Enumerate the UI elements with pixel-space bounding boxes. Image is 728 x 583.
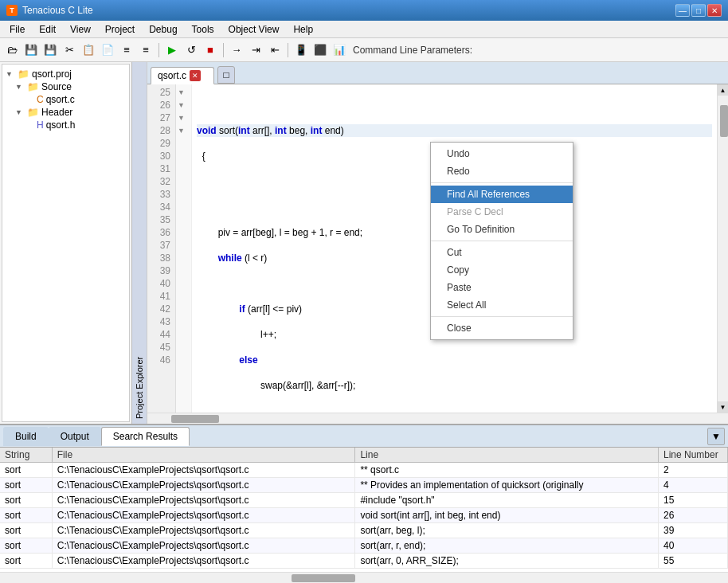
toolbar-run[interactable]: ▶ — [163, 41, 181, 59]
result-cell-string-4: sort — [0, 523, 52, 538]
main-area: ▼ 📁 qsort.proj ▼ 📁 Source C qsort.c — [0, 62, 728, 424]
menu-help[interactable]: Help — [287, 22, 319, 37]
toolbar-paste[interactable]: 📄 — [99, 41, 116, 59]
menu-view[interactable]: View — [64, 22, 97, 37]
result-row-3[interactable]: sortC:\TenaciousC\ExampleProjects\qsort\… — [0, 508, 728, 523]
context-menu: Undo Redo Find All References Parse C De… — [430, 142, 573, 340]
result-row-2[interactable]: sortC:\TenaciousC\ExampleProjects\qsort\… — [0, 493, 728, 508]
menu-debug[interactable]: Debug — [143, 22, 183, 37]
tree-label-qsort-h: qsort.h — [46, 119, 76, 131]
editor-hscroll[interactable] — [147, 413, 728, 424]
results-table: String File Line Line Number sortC:\Tena… — [0, 448, 728, 569]
code-line-36: swap(&arr[l], &arr[--r]); — [197, 379, 712, 392]
tree-item-qsort-c[interactable]: C qsort.c — [25, 93, 126, 106]
toolbar-copy[interactable]: 📋 — [80, 41, 97, 59]
close-button[interactable]: ✕ — [707, 4, 722, 17]
toolbar-device[interactable]: 📱 — [292, 41, 310, 59]
window-controls: — □ ✕ — [675, 4, 722, 17]
toolbar-sep3 — [288, 43, 288, 57]
source-icon: 📁 — [27, 81, 39, 92]
toolbar-cut[interactable]: ✂ — [61, 41, 78, 59]
bottom-hscroll[interactable] — [0, 572, 728, 583]
toolbar-indent[interactable]: ≡ — [118, 41, 135, 59]
toolbar-unindent[interactable]: ≡ — [137, 41, 155, 59]
result-cell-string-5: sort — [0, 538, 52, 554]
ctx-undo[interactable]: Undo — [431, 145, 573, 162]
result-cell-file-1: C:\TenaciousC\ExampleProjects\qsort\qsor… — [52, 478, 355, 493]
toolbar-stop[interactable]: ■ — [202, 41, 219, 59]
result-cell-file-5: C:\TenaciousC\ExampleProjects\qsort\qsor… — [52, 538, 355, 554]
fold-marker-29[interactable]: ▼ — [178, 99, 190, 112]
new-tab-icon: □ — [223, 69, 229, 80]
ctx-close[interactable]: Close — [431, 319, 573, 337]
project-tree[interactable]: ▼ 📁 qsort.proj ▼ 📁 Source C qsort.c — [2, 64, 130, 422]
scroll-thumb[interactable] — [720, 105, 728, 137]
result-row-0[interactable]: sortC:\TenaciousC\ExampleProjects\qsort\… — [0, 463, 728, 478]
result-cell-linenum-6: 55 — [659, 554, 728, 569]
tab-search-results[interactable]: Search Results — [101, 427, 190, 446]
tree-toggle-header[interactable]: ▼ — [15, 108, 25, 116]
result-row-4[interactable]: sortC:\TenaciousC\ExampleProjects\qsort\… — [0, 523, 728, 538]
toolbar-save2[interactable]: 💾 — [41, 41, 59, 59]
fold-marker-32[interactable]: ▼ — [178, 112, 190, 124]
result-row-5[interactable]: sortC:\TenaciousC\ExampleProjects\qsort\… — [0, 538, 728, 554]
code-editor[interactable]: 25 26 27 28 29 30 31 32 33 34 35 36 37 3… — [147, 84, 728, 413]
scroll-up-button[interactable]: ▲ — [718, 84, 728, 96]
sidebar-inner: ▼ 📁 qsort.proj ▼ 📁 Source C qsort.c — [0, 62, 147, 424]
command-line-label: Command Line Parameters: — [353, 45, 472, 56]
result-row-1[interactable]: sortC:\TenaciousC\ExampleProjects\qsort\… — [0, 478, 728, 493]
tree-item-proj[interactable]: ▼ 📁 qsort.proj — [6, 68, 126, 80]
result-cell-linenum-1: 4 — [659, 478, 728, 493]
toolbar-new[interactable]: 🗁 — [3, 41, 21, 59]
bottom-panel-arrow[interactable]: ▼ — [707, 428, 725, 445]
tree-item-qsort-h[interactable]: H qsort.h — [25, 119, 126, 131]
toolbar-step2[interactable]: ⇥ — [247, 41, 264, 59]
result-row-6[interactable]: sortC:\TenaciousC\ExampleProjects\qsort\… — [0, 554, 728, 569]
col-line[interactable]: Line — [355, 448, 659, 463]
tree-toggle-source[interactable]: ▼ — [15, 83, 25, 91]
col-string[interactable]: String — [0, 448, 52, 463]
ctx-copy[interactable]: Copy — [431, 261, 573, 279]
app-title: Tenacious C Lite — [22, 5, 671, 16]
toolbar-step[interactable]: → — [228, 41, 245, 59]
editor-hscroll-thumb[interactable] — [171, 415, 219, 423]
project-explorer-tab[interactable]: Project Explorer — [131, 62, 147, 424]
col-linenum[interactable]: Line Number — [659, 448, 728, 463]
toolbar-chart[interactable]: 📊 — [331, 41, 348, 59]
scroll-down-button[interactable]: ▼ — [718, 401, 728, 413]
ctx-paste[interactable]: Paste — [431, 279, 573, 296]
ctx-redo[interactable]: Redo — [431, 162, 573, 180]
minimize-button[interactable]: — — [675, 4, 690, 17]
editor-scrollbar[interactable]: ▲ ▼ — [717, 84, 728, 413]
ctx-goto-def[interactable]: Go To Definition — [431, 221, 573, 238]
menu-object-view[interactable]: Object View — [222, 22, 286, 37]
fold-marker-26[interactable]: ▼ — [178, 86, 190, 99]
toolbar-save[interactable]: 💾 — [22, 41, 40, 59]
ctx-select-all[interactable]: Select All — [431, 296, 573, 314]
toolbar: 🗁 💾 💾 ✂ 📋 📄 ≡ ≡ ▶ ↺ ■ → ⇥ ⇤ 📱 ⬛ 📊 Comman… — [0, 38, 728, 62]
menu-file[interactable]: File — [3, 22, 31, 37]
toolbar-rebuild[interactable]: ↺ — [182, 41, 200, 59]
tree-item-source[interactable]: ▼ 📁 Source — [15, 80, 126, 93]
ctx-find-all-refs[interactable]: Find All References — [431, 186, 573, 203]
tab-output[interactable]: Output — [49, 427, 101, 446]
toolbar-sep1 — [159, 43, 159, 57]
toolbar-step3[interactable]: ⇤ — [266, 41, 284, 59]
tree-toggle-proj[interactable]: ▼ — [6, 70, 15, 78]
menu-project[interactable]: Project — [99, 22, 141, 37]
fold-marker-45[interactable]: ▼ — [178, 124, 190, 137]
bottom-hscroll-thumb[interactable] — [292, 574, 355, 582]
bottom-panel: Build Output Search Results ▼ String Fil… — [0, 424, 728, 583]
ctx-cut[interactable]: Cut — [431, 244, 573, 261]
maximize-button[interactable]: □ — [691, 4, 706, 17]
menu-tools[interactable]: Tools — [186, 22, 221, 37]
menu-edit[interactable]: Edit — [33, 22, 62, 37]
col-file[interactable]: File — [52, 448, 355, 463]
tab-build[interactable]: Build — [3, 427, 49, 446]
new-tab-button[interactable]: □ — [217, 66, 235, 84]
toolbar-green[interactable]: ⬛ — [311, 41, 329, 59]
tab-close-button[interactable]: ✕ — [190, 70, 201, 81]
results-table-wrap[interactable]: String File Line Line Number sortC:\Tena… — [0, 448, 728, 572]
tab-qsortc[interactable]: qsort.c ✕ — [151, 67, 214, 84]
tree-item-header[interactable]: ▼ 📁 Header — [15, 106, 126, 119]
